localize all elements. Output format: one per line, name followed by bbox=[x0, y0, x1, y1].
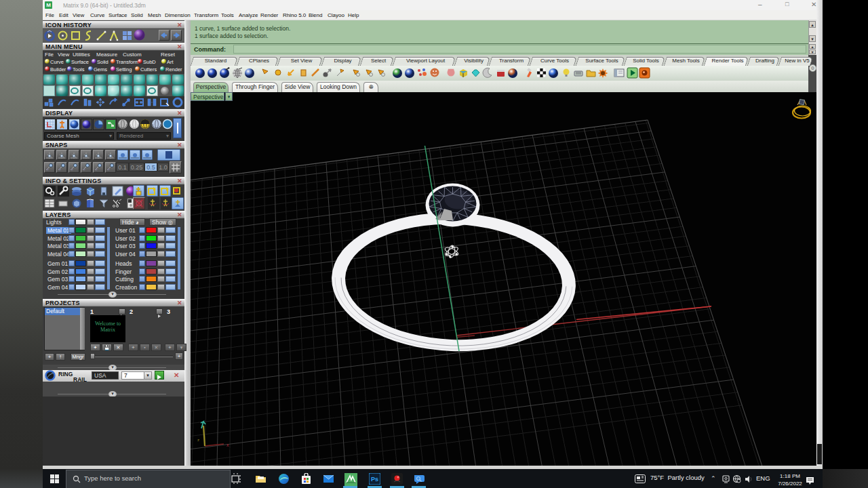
svg-text:x: x bbox=[226, 443, 229, 447]
svg-text:Ps: Ps bbox=[371, 476, 378, 483]
svg-text:z: z bbox=[197, 438, 199, 442]
